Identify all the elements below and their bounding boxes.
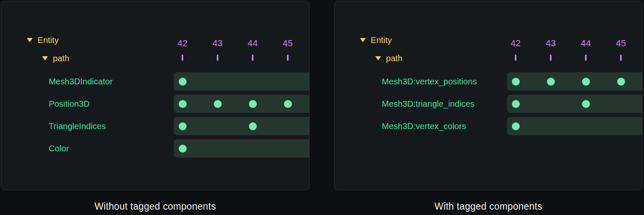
panel-without-tagged: Entitypath42434445Mesh3DIndicatorPositio… xyxy=(1,1,310,190)
data-point-dot[interactable] xyxy=(582,78,590,86)
data-point-dot[interactable] xyxy=(179,78,187,86)
data-point-dot[interactable] xyxy=(179,145,187,153)
timeline-track[interactable] xyxy=(174,117,310,135)
collapse-triangle-icon[interactable] xyxy=(27,38,33,42)
data-point-dot[interactable] xyxy=(547,78,555,86)
tree-item-path[interactable]: path xyxy=(375,53,402,64)
tree-item-label: path xyxy=(386,53,402,63)
timeline-tick-label: 44 xyxy=(573,38,598,49)
timeline-track[interactable] xyxy=(174,95,310,113)
data-point-dot[interactable] xyxy=(179,122,187,130)
tree-item-entity[interactable]: Entity xyxy=(27,35,59,45)
timeline-tick-icon xyxy=(287,55,289,61)
component-row-label[interactable]: Mesh3D:triangle_indices xyxy=(382,99,474,109)
tree-item-entity[interactable]: Entity xyxy=(360,35,392,45)
data-point-dot[interactable] xyxy=(512,78,520,86)
timeline-tick-label: 43 xyxy=(538,38,563,49)
data-point-dot[interactable] xyxy=(617,78,625,86)
collapse-triangle-icon[interactable] xyxy=(360,38,366,42)
tree-item-label: path xyxy=(53,53,69,63)
timeline-tick-label: 42 xyxy=(503,38,528,49)
timeline-tick-label: 43 xyxy=(205,38,230,49)
tree-item-label: Entity xyxy=(38,35,59,45)
timeline-tick-icon xyxy=(515,55,516,61)
component-row-label[interactable]: Mesh3D:vertex_colors xyxy=(382,121,466,131)
timeline-track[interactable] xyxy=(507,95,643,113)
component-row-label[interactable]: Mesh3DIndicator xyxy=(49,76,113,86)
data-point-dot[interactable] xyxy=(284,100,292,108)
tree-item-path[interactable]: path xyxy=(42,53,69,64)
component-row-label[interactable]: Position3D xyxy=(49,99,90,109)
collapse-triangle-icon[interactable] xyxy=(375,56,381,60)
component-row-label[interactable]: TriangleIndices xyxy=(49,121,106,131)
timeline-tick-label: 44 xyxy=(240,38,265,49)
data-point-dot[interactable] xyxy=(512,100,520,108)
timeline-track[interactable] xyxy=(507,72,643,91)
timeline-tick-label: 45 xyxy=(608,38,633,49)
data-point-dot[interactable] xyxy=(249,100,257,108)
data-point-dot[interactable] xyxy=(512,122,520,130)
timeline-tick-label: 42 xyxy=(170,38,195,49)
timeline-track[interactable] xyxy=(507,117,643,135)
collapse-triangle-icon[interactable] xyxy=(42,56,48,60)
panel-with-tagged: Entitypath42434445Mesh3D:vertex_position… xyxy=(334,1,643,190)
timeline-tick-icon xyxy=(585,55,587,61)
data-point-dot[interactable] xyxy=(582,100,590,108)
timeline-tick-icon xyxy=(182,55,183,61)
timeline-tick-icon xyxy=(620,55,622,61)
timeline-tick-icon xyxy=(550,55,552,61)
data-point-dot[interactable] xyxy=(249,122,257,130)
component-row-label[interactable]: Mesh3D:vertex_positions xyxy=(382,76,477,86)
timeline-tick-icon xyxy=(252,55,253,61)
figure: Entitypath42434445Mesh3DIndicatorPositio… xyxy=(0,0,644,215)
data-point-dot[interactable] xyxy=(179,100,187,108)
timeline-track[interactable] xyxy=(174,72,310,91)
tree-item-label: Entity xyxy=(371,35,392,45)
caption-without-tagged: Without tagged components xyxy=(1,201,310,212)
data-point-dot[interactable] xyxy=(214,100,222,108)
timeline-tick-label: 45 xyxy=(275,38,300,49)
caption-with-tagged: With tagged components xyxy=(334,201,643,212)
timeline-track[interactable] xyxy=(174,139,310,158)
component-row-label[interactable]: Color xyxy=(49,143,69,153)
timeline-tick-icon xyxy=(217,55,218,61)
